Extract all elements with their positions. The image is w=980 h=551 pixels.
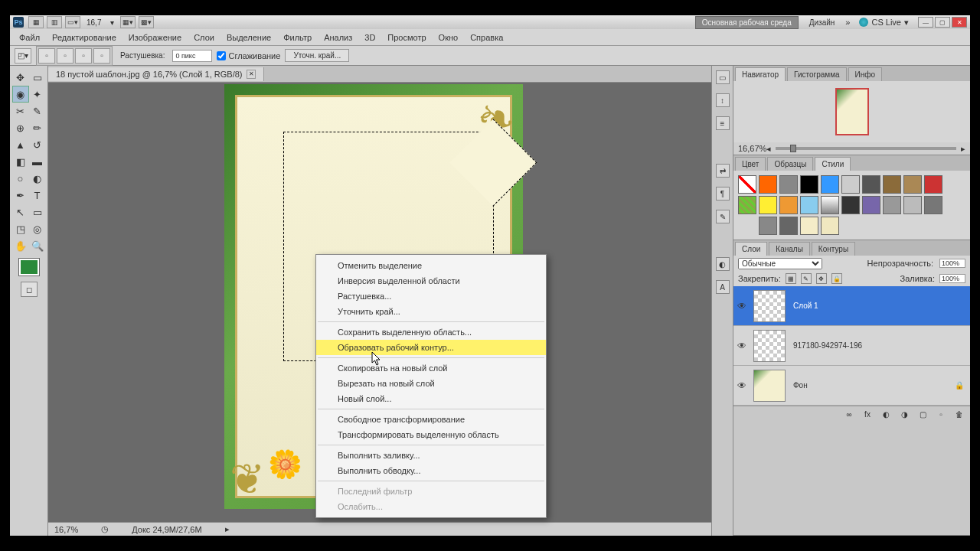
tool-preset-icon[interactable]: ◰▾: [15, 48, 31, 64]
layer-group-icon[interactable]: ▢: [916, 409, 929, 420]
zoom-out-icon[interactable]: ◂: [766, 144, 771, 154]
tab-Навигатор[interactable]: Навигатор: [735, 67, 786, 81]
swatch[interactable]: [903, 175, 922, 194]
tab-close-icon[interactable]: ✕: [247, 70, 256, 79]
menu-Справка[interactable]: Справка: [464, 31, 509, 44]
fill-input[interactable]: [939, 274, 965, 283]
heal-tool[interactable]: ⊕: [12, 119, 29, 136]
link-layers-icon[interactable]: ∞: [843, 409, 855, 420]
swatch[interactable]: [862, 175, 880, 194]
add-selection-icon[interactable]: ▫: [57, 48, 74, 64]
swatch[interactable]: [821, 196, 839, 214]
zoom-in-icon[interactable]: ▸: [961, 144, 965, 154]
type-tool[interactable]: T: [29, 187, 46, 204]
context-item[interactable]: Скопировать на новый слой: [316, 360, 546, 376]
move-tool[interactable]: ✥: [12, 69, 29, 86]
swatch[interactable]: [800, 217, 818, 235]
minimize-button[interactable]: —: [918, 17, 933, 28]
lock-transparency-icon[interactable]: ▦: [786, 273, 796, 284]
navigator-body[interactable]: [733, 81, 970, 142]
swatch[interactable]: [862, 196, 880, 214]
more-icon[interactable]: »: [845, 18, 850, 27]
crop-tool[interactable]: ✂: [12, 103, 29, 119]
swatch[interactable]: [779, 217, 798, 235]
context-item[interactable]: Инверсия выделенной области: [316, 273, 546, 289]
layer-mask-icon[interactable]: ◐: [880, 409, 892, 420]
context-item[interactable]: Сохранить выделенную область...: [316, 324, 546, 340]
lock-position-icon[interactable]: ✥: [816, 273, 827, 284]
dock-icon-8[interactable]: A: [716, 280, 730, 294]
swatch[interactable]: [924, 196, 942, 214]
stamp-tool[interactable]: ▲: [12, 136, 29, 153]
layer-row[interactable]: 👁Фон🔒: [733, 366, 970, 406]
swatch[interactable]: [883, 175, 901, 194]
swatch[interactable]: [841, 196, 860, 214]
context-item[interactable]: Новый слой...: [316, 391, 546, 406]
dock-icon-3[interactable]: ≡: [716, 116, 730, 130]
layer-row[interactable]: 👁Слой 1: [733, 286, 970, 326]
layer-fx-icon[interactable]: fx: [861, 409, 874, 420]
dodge-tool[interactable]: ◐: [29, 170, 46, 187]
blend-mode-select[interactable]: Обычные: [738, 258, 822, 269]
cslive-button[interactable]: CS Live▾: [854, 18, 913, 28]
new-layer-icon[interactable]: ▫: [935, 409, 947, 420]
pen-tool[interactable]: ✒: [12, 187, 29, 204]
subtract-selection-icon[interactable]: ▫: [75, 48, 92, 64]
context-item[interactable]: Образовать рабочий контур...: [316, 340, 546, 355]
swatch[interactable]: [903, 196, 922, 214]
status-arrow-icon[interactable]: ▸: [225, 524, 230, 534]
opacity-input[interactable]: [939, 259, 965, 268]
document-tab[interactable]: 18 пустой шаблон.jpg @ 16,7% (Слой 1, RG…: [48, 67, 264, 81]
title-zoom[interactable]: 16,7: [83, 18, 104, 27]
tab-Каналы[interactable]: Каналы: [769, 242, 810, 256]
swatch[interactable]: [759, 196, 777, 214]
menu-Фильтр[interactable]: Фильтр: [277, 31, 318, 44]
context-item[interactable]: Уточнить край...: [316, 304, 546, 319]
tab-Гистограмма[interactable]: Гистограмма: [787, 67, 847, 81]
marquee-tool[interactable]: ▭: [29, 69, 46, 86]
status-zoom[interactable]: 16,7%: [54, 525, 78, 534]
swatch[interactable]: [883, 196, 901, 214]
foreground-color[interactable]: [19, 259, 39, 276]
menu-Файл[interactable]: Файл: [13, 31, 46, 44]
feather-input[interactable]: [172, 50, 212, 62]
tab-Инфо[interactable]: Инфо: [848, 67, 883, 81]
hand-tool[interactable]: ✋: [12, 237, 29, 254]
adjustment-layer-icon[interactable]: ◑: [898, 409, 910, 420]
context-item[interactable]: Отменить выделение: [316, 258, 546, 273]
brush-tool[interactable]: ✏: [29, 119, 46, 136]
zoom-tool[interactable]: 🔍: [29, 237, 46, 254]
layer-row[interactable]: 👁917180-942974-196: [733, 326, 970, 366]
menu-Выделение[interactable]: Выделение: [220, 31, 277, 44]
tab-Цвет[interactable]: Цвет: [735, 157, 766, 171]
new-selection-icon[interactable]: ▫: [38, 48, 55, 64]
context-item[interactable]: Выполнить заливку...: [316, 448, 546, 463]
antialias-checkbox[interactable]: Сглаживание: [217, 51, 280, 60]
tab-Образцы[interactable]: Образцы: [767, 157, 813, 171]
screen-mode-icon[interactable]: ▦▾: [120, 16, 136, 28]
context-item[interactable]: Трансформировать выделенную область: [316, 427, 546, 442]
swatch[interactable]: [759, 217, 777, 235]
maximize-button[interactable]: ▢: [935, 17, 950, 28]
eraser-tool[interactable]: ◧: [12, 153, 29, 170]
visibility-icon[interactable]: 👁: [733, 380, 750, 391]
menu-Анализ[interactable]: Анализ: [318, 31, 358, 44]
arrange-icon[interactable]: ▭▾: [65, 16, 80, 28]
swatch[interactable]: [821, 175, 839, 194]
menu-3D[interactable]: 3D: [358, 31, 381, 44]
swatch[interactable]: [800, 175, 818, 194]
bridge-icon[interactable]: ▦: [28, 16, 44, 28]
quickmask-icon[interactable]: ◻: [21, 282, 38, 297]
dock-icon-5[interactable]: ¶: [716, 187, 730, 201]
refine-edge-button[interactable]: Уточн. край...: [285, 49, 349, 62]
lasso-tool[interactable]: ◉: [12, 86, 29, 103]
swatch[interactable]: [738, 196, 756, 214]
wand-tool[interactable]: ✦: [29, 86, 46, 103]
context-item[interactable]: Растушевка...: [316, 289, 546, 304]
dock-icon-7[interactable]: ◐: [716, 257, 730, 271]
gradient-tool[interactable]: ▬: [29, 153, 46, 170]
swatch[interactable]: [779, 196, 798, 214]
workspace-button[interactable]: Основная рабочая среда: [695, 16, 799, 29]
visibility-icon[interactable]: 👁: [733, 341, 750, 351]
dock-icon-6[interactable]: ✎: [716, 210, 730, 223]
